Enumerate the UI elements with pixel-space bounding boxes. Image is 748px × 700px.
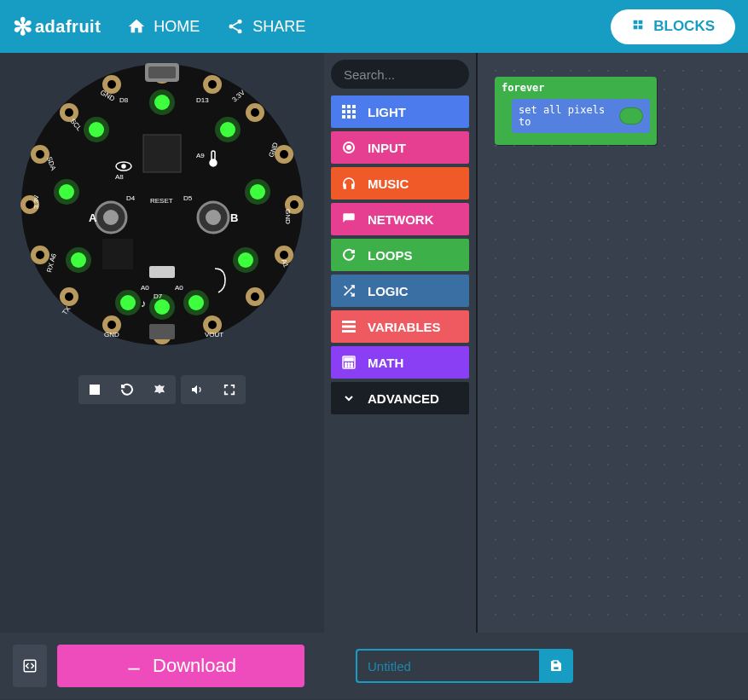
- toggle-sim-button[interactable]: [13, 645, 47, 687]
- toolbox-search[interactable]: [331, 60, 469, 89]
- board-simulator[interactable]: A B D8D13 D4D5 RESET A9A8 A0A0 D7: [17, 60, 307, 350]
- svg-point-39: [215, 117, 241, 142]
- workspace[interactable]: forever set all pixels to: [478, 53, 748, 633]
- category-logic[interactable]: LOGIC: [331, 275, 469, 307]
- svg-point-24: [290, 200, 299, 209]
- chat-icon: [341, 211, 357, 227]
- category-variables[interactable]: VARIABLES: [331, 310, 469, 343]
- save-button[interactable]: [539, 649, 573, 683]
- svg-rect-66: [149, 324, 175, 339]
- svg-point-91: [122, 165, 125, 168]
- toolbox: LIGHT INPUT MUSIC NETWORK LOOPS LOGIC VA…: [324, 53, 478, 633]
- svg-point-26: [251, 292, 259, 301]
- svg-text:RESET: RESET: [150, 197, 173, 205]
- target-icon: [341, 140, 357, 155]
- svg-text:♪: ♪: [141, 298, 146, 310]
- download-label: Download: [153, 655, 236, 677]
- sim-mute-button[interactable]: [181, 375, 213, 404]
- circuit-board-icon: A B D8D13 D4D5 RESET A9A8 A0A0 D7: [17, 60, 307, 350]
- svg-rect-108: [342, 321, 356, 323]
- sim-restart-button[interactable]: [111, 375, 143, 404]
- grid-icon: [341, 104, 357, 119]
- svg-rect-120: [554, 661, 558, 664]
- sim-fullscreen-button[interactable]: [213, 375, 246, 404]
- project-name-group: [356, 649, 573, 683]
- blocks-label: BLOCKS: [653, 18, 715, 35]
- svg-point-116: [345, 366, 347, 367]
- svg-rect-98: [347, 105, 351, 108]
- block-set-pixels[interactable]: set all pixels to: [512, 99, 650, 133]
- svg-text:A0: A0: [175, 284, 183, 292]
- svg-text:A8: A8: [115, 173, 124, 181]
- category-advanced[interactable]: ADVANCED: [331, 382, 469, 414]
- svg-point-34: [65, 108, 73, 117]
- svg-text:3.3V: 3.3V: [32, 194, 40, 209]
- nav-share[interactable]: SHARE: [225, 16, 305, 37]
- svg-point-60: [103, 210, 119, 225]
- nav-home-label: HOME: [154, 18, 200, 36]
- category-label: LIGHT: [368, 105, 406, 119]
- svg-rect-100: [342, 110, 345, 113]
- block-forever-label: forever: [502, 82, 650, 94]
- category-input[interactable]: INPUT: [331, 131, 469, 164]
- list-icon: [341, 319, 357, 334]
- logo[interactable]: ✻ adafruit: [13, 13, 101, 41]
- svg-text:D13: D13: [196, 96, 209, 104]
- svg-point-114: [348, 363, 350, 365]
- svg-rect-58: [143, 135, 181, 172]
- svg-point-53: [84, 117, 109, 142]
- category-label: NETWORK: [368, 212, 434, 227]
- category-label: INPUT: [368, 141, 406, 155]
- download-icon: [125, 655, 142, 677]
- svg-point-45: [183, 290, 209, 315]
- nav-share-label: SHARE: [252, 18, 305, 36]
- svg-point-2: [238, 29, 242, 33]
- svg-text:D4: D4: [126, 194, 136, 202]
- share-icon: [225, 16, 246, 37]
- svg-rect-112: [345, 358, 353, 361]
- category-label: MATH: [368, 356, 403, 370]
- category-music[interactable]: MUSIC: [331, 167, 469, 200]
- download-button[interactable]: Download: [57, 645, 304, 687]
- svg-point-21: [208, 80, 217, 89]
- svg-rect-95: [90, 385, 100, 395]
- color-picker[interactable]: [619, 107, 643, 124]
- headphones-icon: [341, 176, 357, 191]
- category-network[interactable]: NETWORK: [331, 203, 469, 235]
- svg-rect-101: [347, 110, 351, 113]
- category-loops[interactable]: LOOPS: [331, 239, 469, 271]
- svg-text:VOUT: VOUT: [205, 331, 223, 338]
- svg-rect-102: [352, 110, 356, 113]
- svg-point-51: [54, 179, 79, 205]
- svg-point-37: [149, 90, 175, 115]
- svg-point-113: [345, 363, 347, 365]
- svg-point-47: [115, 290, 141, 315]
- blocks-button[interactable]: BLOCKS: [611, 9, 735, 44]
- simulator-controls: [78, 375, 246, 404]
- svg-point-1: [229, 25, 234, 29]
- svg-point-27: [208, 321, 217, 329]
- svg-rect-67: [149, 266, 175, 278]
- svg-text:A9: A9: [196, 152, 205, 159]
- svg-rect-121: [554, 667, 560, 670]
- category-math[interactable]: MATH: [331, 346, 469, 379]
- block-forever[interactable]: forever set all pixels to: [495, 77, 657, 145]
- sim-stop-button[interactable]: [78, 375, 111, 404]
- svg-text:A: A: [89, 211, 97, 224]
- svg-point-62: [206, 210, 221, 225]
- category-light[interactable]: LIGHT: [331, 95, 469, 128]
- svg-point-93: [210, 159, 217, 166]
- header: ✻ adafruit HOME SHARE BLOCKS: [0, 0, 748, 53]
- svg-point-115: [351, 363, 353, 365]
- shuffle-icon: [341, 283, 357, 298]
- svg-point-107: [347, 146, 351, 149]
- blocks-icon: [631, 18, 645, 36]
- svg-rect-105: [352, 115, 356, 119]
- nav-home[interactable]: HOME: [126, 16, 200, 37]
- svg-text:GND: GND: [284, 209, 292, 224]
- project-name-input[interactable]: [356, 649, 539, 683]
- svg-rect-103: [342, 115, 345, 119]
- svg-text:D8: D8: [119, 96, 129, 104]
- sim-debug-button[interactable]: [143, 375, 176, 404]
- calculator-icon: [341, 355, 357, 370]
